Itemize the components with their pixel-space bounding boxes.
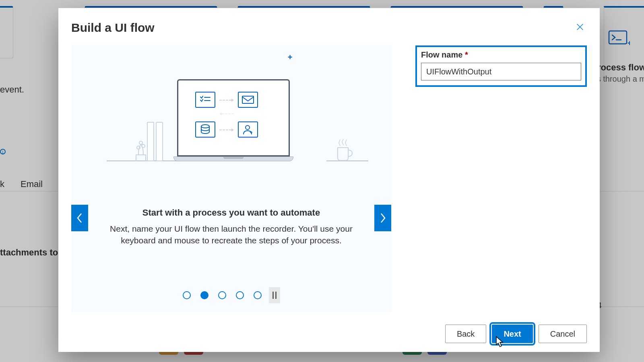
- close-button[interactable]: [573, 20, 587, 35]
- chevron-right-icon: [379, 212, 386, 224]
- database-icon: [195, 121, 215, 138]
- flow-name-input[interactable]: [421, 63, 581, 80]
- person-icon: [238, 121, 258, 138]
- carousel-dot-4[interactable]: [236, 291, 244, 299]
- svg-point-3: [201, 125, 209, 128]
- carousel-pagination: [71, 287, 391, 303]
- carousel-next-button[interactable]: [374, 205, 391, 231]
- cancel-button[interactable]: Cancel: [539, 325, 587, 343]
- carousel-dot-3[interactable]: [218, 291, 226, 299]
- next-button[interactable]: Next: [492, 325, 533, 343]
- carousel-illustration: +: [71, 57, 391, 169]
- carousel-dot-1[interactable]: [183, 291, 191, 299]
- dialog-footer: Back Next Cancel: [71, 325, 587, 343]
- intro-carousel: +: [71, 45, 391, 312]
- carousel-pause-button[interactable]: [269, 287, 280, 303]
- flow-name-label: Flow name *: [421, 50, 581, 60]
- flow-name-field-highlight: Flow name *: [415, 45, 587, 87]
- carousel-heading: Start with a process you want to automat…: [142, 208, 320, 218]
- svg-point-4: [246, 125, 250, 130]
- checklist-icon: [195, 92, 215, 108]
- dialog-title: Build a UI flow: [71, 21, 155, 35]
- build-ui-flow-dialog: Build a UI flow +: [58, 8, 600, 352]
- back-button[interactable]: Back: [445, 325, 486, 343]
- close-icon: [576, 23, 584, 31]
- carousel-dot-5[interactable]: [254, 291, 262, 299]
- svg-rect-2: [242, 96, 254, 103]
- plus-icon: +: [288, 53, 293, 62]
- chevron-left-icon: [76, 212, 83, 224]
- carousel-body-text: Next, name your UI flow then launch the …: [107, 223, 356, 247]
- carousel-dot-2[interactable]: [200, 291, 208, 299]
- flow-form: Flow name *: [415, 45, 587, 316]
- carousel-prev-button[interactable]: [71, 205, 88, 231]
- mail-icon: [238, 92, 258, 108]
